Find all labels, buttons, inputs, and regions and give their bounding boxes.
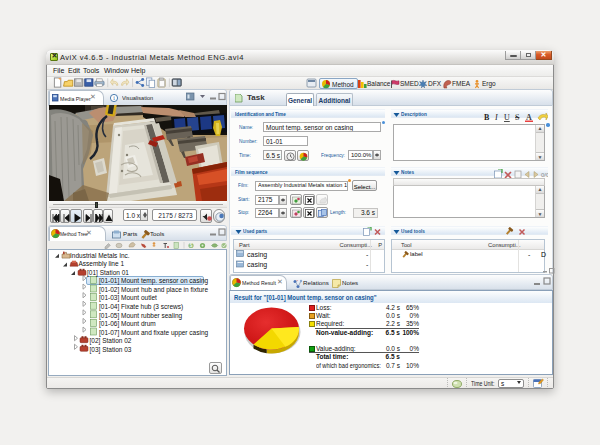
svg-text:0/0: 0/0 (541, 172, 548, 178)
svg-text:B: B (484, 113, 490, 122)
svg-text:S: S (515, 113, 519, 122)
svg-text:U: U (504, 113, 510, 122)
svg-text:I: I (494, 113, 498, 122)
svg-text:*: * (297, 279, 299, 284)
